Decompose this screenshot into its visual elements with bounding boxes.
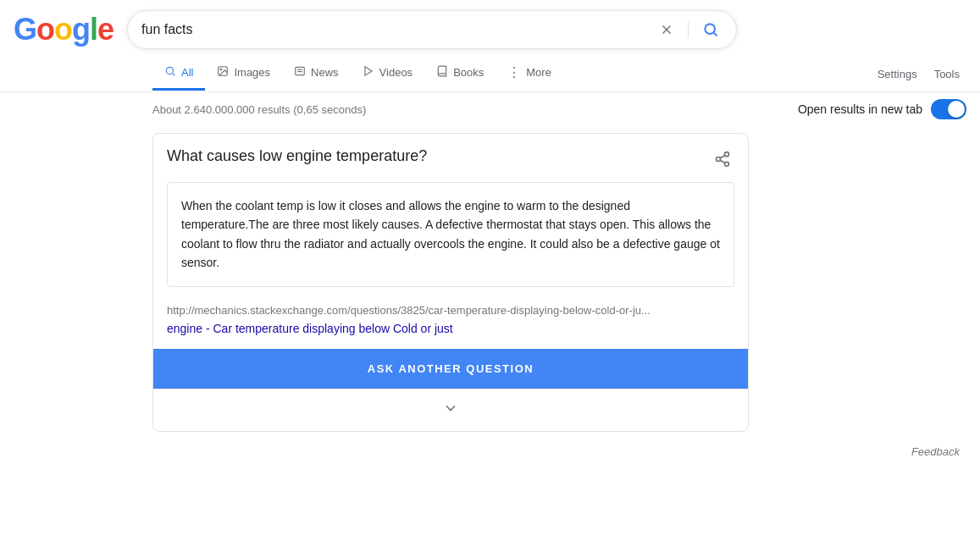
svg-point-13 [717,157,721,162]
new-tab-label: Open results in new tab [798,102,922,116]
svg-line-16 [720,155,725,157]
settings-button[interactable]: Settings [871,59,924,89]
results-count: About 2.640.000.000 results (0,65 second… [152,103,366,116]
google-logo[interactable]: Google [14,12,114,47]
toggle-knob [948,101,965,118]
tab-news[interactable]: News [282,57,351,91]
svg-marker-11 [365,67,372,76]
featured-snippet-card: What causes low engine temperature? When… [152,133,749,432]
svg-line-3 [714,33,717,36]
tab-all-label: All [181,66,193,79]
svg-line-15 [720,160,725,163]
snippet-question: What causes low engine temperature? [167,147,427,165]
tab-images-label: Images [234,66,270,79]
svg-point-4 [166,67,173,74]
images-tab-icon [217,65,229,80]
tab-videos[interactable]: Videos [351,57,425,91]
svg-point-14 [725,162,729,166]
videos-tab-icon [363,65,374,80]
nav-tabs: All Images News Videos Books [0,49,980,92]
tab-books[interactable]: Books [424,57,496,91]
ask-another-question-button[interactable]: ASK ANOTHER QUESTION [153,349,748,389]
tab-images[interactable]: Images [205,57,282,91]
tab-news-label: News [311,66,339,79]
more-tab-icon: ⋮ [507,64,521,80]
snippet-footer[interactable] [153,389,748,431]
search-button[interactable] [699,18,723,41]
svg-point-2 [705,24,715,34]
search-icons [656,18,723,41]
search-box [127,10,737,49]
search-icon [702,21,719,38]
feedback-link[interactable]: Feedback [911,445,960,458]
search-input[interactable] [141,22,656,37]
snippet-answer: When the coolant temp is low it closes a… [167,182,734,287]
search-box-wrapper [127,10,737,49]
share-icon[interactable] [711,147,734,175]
snippet-link[interactable]: engine - Car temperature displaying belo… [153,320,748,349]
new-tab-toggle: Open results in new tab [798,99,966,119]
chevron-down-icon [442,400,459,421]
tools-button[interactable]: Tools [927,59,966,89]
all-tab-icon [164,65,176,80]
snippet-url: http://mechanics.stackexchange.com/quest… [153,297,748,320]
results-bar: About 2.640.000.000 results (0,65 second… [0,92,980,126]
svg-point-7 [221,69,223,70]
news-tab-icon [294,65,306,80]
tab-videos-label: Videos [379,66,413,79]
clear-button[interactable] [656,19,678,41]
main-content: What causes low engine temperature? When… [0,126,762,439]
books-tab-icon [436,65,448,80]
tab-more[interactable]: ⋮ More [496,56,563,91]
tab-more-label: More [526,66,551,79]
tab-books-label: Books [453,66,484,79]
divider [688,21,689,38]
feedback-bar: Feedback [0,439,980,465]
nav-right: Settings Tools [871,59,980,89]
close-icon [659,22,674,37]
svg-line-5 [173,74,175,76]
header: Google [0,0,980,49]
svg-point-12 [725,152,729,157]
tab-all[interactable]: All [152,57,205,91]
snippet-header: What causes low engine temperature? [153,134,748,182]
new-tab-toggle-switch[interactable] [931,99,966,119]
